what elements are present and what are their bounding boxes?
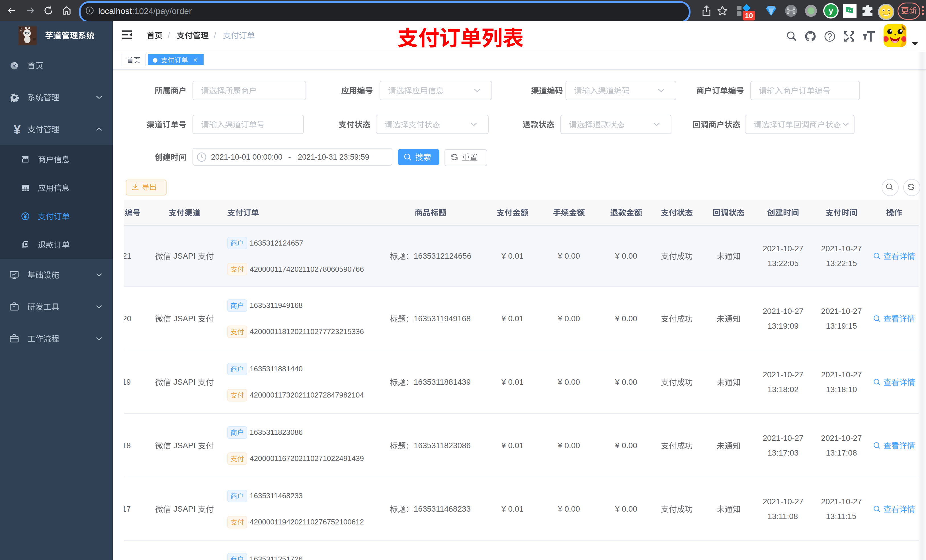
svg-text:y: y <box>829 6 834 15</box>
svg-text:10: 10 <box>745 11 753 20</box>
